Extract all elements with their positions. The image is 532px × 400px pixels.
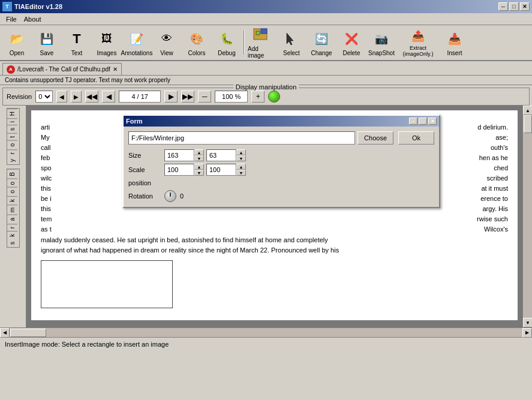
insert-icon: 📥 [445, 29, 464, 49]
revision-select[interactable]: 0 [35, 91, 53, 103]
rotation-row: 0 [164, 190, 393, 202]
history-t[interactable]: t [7, 133, 17, 140]
extract-icon: 📤 [408, 28, 428, 44]
scroll-down-button[interactable]: ▼ [523, 318, 532, 327]
history-o[interactable]: o [7, 140, 17, 149]
history-i[interactable]: i [7, 118, 17, 125]
bookmarks-o[interactable]: o [7, 179, 17, 188]
add-image-icon [252, 26, 271, 44]
revision-label: Revision [7, 93, 32, 100]
form-close-button[interactable]: ✕ [428, 118, 437, 125]
toolbar: 📂 Open 💾 Save T Text 🖼 Images 📝 Annotati… [0, 25, 532, 61]
insert-button[interactable]: 📥 Insert [440, 28, 469, 58]
display-manip-bar: Display manipulation Revision 0 ◀ ▶ ◀◀ ◀… [2, 88, 530, 106]
page-number-input[interactable] [119, 91, 161, 103]
doc-tab[interactable]: A /Lovecraft - The Call of Cthulhu.pdf ✕ [2, 63, 122, 75]
form-maximize-button[interactable]: □ [419, 118, 427, 125]
nav-prev-button[interactable]: ◀ [102, 91, 115, 103]
size-h-down[interactable]: ▼ [236, 155, 246, 161]
scale-y-input[interactable] [206, 164, 236, 176]
modal-overlay: Form ─ □ ✕ Choose [26, 106, 522, 327]
size-h-input[interactable] [206, 149, 236, 161]
rotation-knob[interactable] [164, 190, 176, 202]
form-minimize-button[interactable]: ─ [409, 118, 417, 125]
scroll-right-button[interactable]: ▶ [522, 328, 532, 338]
scroll-track-right[interactable] [523, 115, 532, 318]
minimize-button[interactable]: ─ [498, 2, 508, 11]
size-h-spinbox: ▲ ▼ [206, 149, 246, 161]
extract-button[interactable]: 📤 Extract(imageOnly.) [397, 28, 439, 58]
annotations-button[interactable]: 📝 Annotations [122, 28, 151, 58]
file-path-input[interactable] [128, 131, 355, 145]
history-s[interactable]: s [7, 125, 17, 133]
scale-y-up[interactable]: ▲ [236, 164, 246, 170]
size-w-up[interactable]: ▲ [194, 149, 204, 155]
debug-icon: 🐛 [217, 29, 236, 49]
scale-x-input[interactable] [164, 164, 194, 176]
rotation-label: Rotation [128, 193, 164, 200]
scale-x-down[interactable]: ▼ [194, 170, 204, 176]
bookmarks-r[interactable]: r [7, 224, 17, 231]
bookmarks-o2[interactable]: o [7, 187, 17, 196]
history-y[interactable]: y [7, 157, 17, 164]
zoom-in-button[interactable]: + [251, 91, 265, 103]
zoom-input[interactable] [215, 91, 248, 103]
scroll-up-button[interactable]: ▲ [523, 106, 532, 115]
revision-prev-button[interactable]: ◀ [56, 91, 67, 103]
doc-tab-close[interactable]: ✕ [113, 66, 118, 73]
scale-y-down[interactable]: ▼ [236, 170, 246, 176]
select-icon [282, 29, 301, 49]
select-button[interactable]: Select [277, 28, 306, 58]
form-dialog: Form ─ □ ✕ Choose [122, 115, 440, 208]
scale-x-up[interactable]: ▲ [194, 164, 204, 170]
bookmarks-k2[interactable]: k [7, 231, 17, 239]
save-button[interactable]: 💾 Save [32, 28, 61, 58]
images-button[interactable]: 🖼 Images [92, 28, 121, 58]
menu-about[interactable]: About [20, 14, 45, 24]
toolbar-separator [244, 31, 245, 55]
snapshot-button[interactable]: 📷 SnapShot [367, 28, 396, 58]
scrollbar-bottom[interactable]: ◀ ▶ [0, 327, 532, 337]
delete-button[interactable]: ❌ Delete [337, 28, 366, 58]
hscroll-thumb[interactable] [10, 329, 46, 337]
choose-button[interactable]: Choose [357, 131, 393, 145]
view-icon: 👁 [157, 29, 176, 49]
nav-last-button[interactable]: ▶▶ [181, 91, 194, 103]
history-h[interactable]: H [7, 109, 17, 118]
hscroll-track[interactable] [10, 328, 522, 337]
scroll-thumb-right[interactable] [524, 115, 532, 133]
bookmarks-a[interactable]: a [7, 215, 17, 224]
main-area: H i s t o r y B o o k m a r k s artid de… [0, 106, 532, 327]
nav-next-button[interactable]: ▶ [164, 91, 178, 103]
debug-button[interactable]: 🐛 Debug [212, 28, 241, 58]
file-path-row: Choose [128, 131, 393, 145]
close-button[interactable]: ✕ [520, 2, 530, 11]
size-h-up[interactable]: ▲ [236, 149, 246, 155]
open-icon: 📂 [7, 29, 26, 49]
save-icon: 💾 [37, 29, 56, 49]
zoom-out-button[interactable]: ─ [198, 91, 211, 103]
scrollbar-right[interactable]: ▲ ▼ [522, 106, 532, 327]
scroll-left-button[interactable]: ◀ [0, 328, 10, 338]
revision-next-button[interactable]: ▶ [71, 91, 82, 103]
bookmarks-k[interactable]: k [7, 196, 17, 204]
size-w-input[interactable] [164, 149, 194, 161]
size-w-down[interactable]: ▼ [194, 155, 204, 161]
bookmarks-b[interactable]: B [7, 169, 17, 179]
form-dialog-title: Form [126, 118, 143, 125]
change-button[interactable]: 🔄 Change [307, 28, 336, 58]
history-r[interactable]: r [7, 149, 17, 157]
colors-button[interactable]: 🎨 Colors [182, 28, 211, 58]
svg-marker-3 [287, 33, 293, 45]
menu-file[interactable]: File [2, 14, 20, 24]
maximize-button[interactable]: □ [509, 2, 519, 11]
bookmarks-s[interactable]: s [7, 239, 17, 247]
nav-first-button[interactable]: ◀◀ [85, 91, 98, 103]
text-button[interactable]: T Text [62, 28, 91, 58]
snapshot-icon: 📷 [372, 29, 391, 49]
bookmarks-m[interactable]: m [7, 204, 17, 215]
view-button[interactable]: 👁 View [152, 28, 181, 58]
ok-button[interactable]: Ok [398, 131, 434, 145]
add-image-button[interactable]: Add image [247, 28, 276, 58]
open-button[interactable]: 📂 Open [2, 28, 31, 58]
